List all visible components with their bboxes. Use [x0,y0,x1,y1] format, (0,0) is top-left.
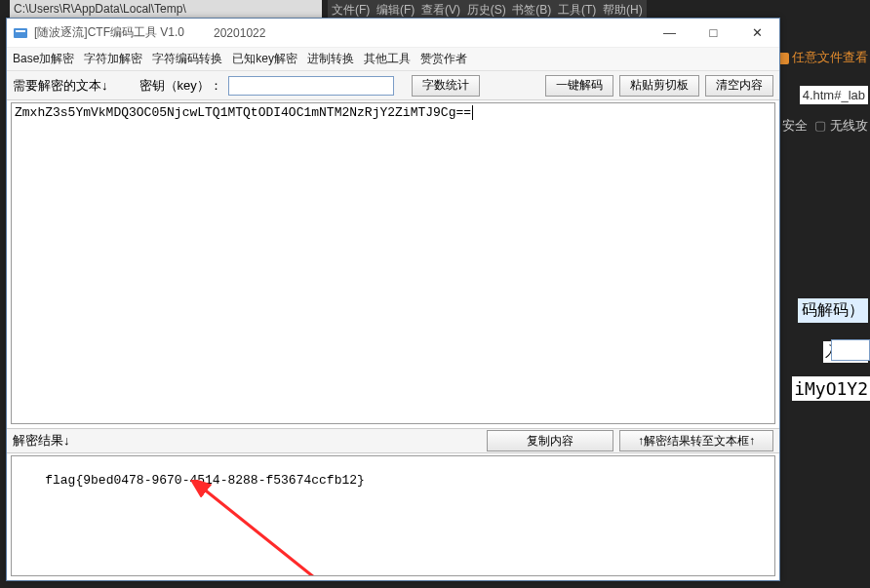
bg-browser-address[interactable]: 4.htm#_lab [800,86,868,104]
menu-base[interactable]: Base加解密 [13,51,74,67]
toolbar: 需要解密的文本↓ 密钥（key）： 字数统计 一键解码 粘贴剪切板 清空内容 [7,71,779,100]
result-label: 解密结果↓ [13,432,481,450]
svg-rect-1 [16,30,25,32]
input-text-content: ZmxhZ3s5YmVkMDQ3OC05NjcwLTQ1MTQtODI4OC1m… [15,105,471,120]
window-title: [随波逐流]CTF编码工具 V1.0 [34,24,184,41]
key-input[interactable] [228,76,394,96]
bg-side-input[interactable] [831,339,870,361]
bg-browser-tab[interactable]: 任意文件查看 [777,49,868,66]
menu-char-encode[interactable]: 字符编码转换 [152,51,222,67]
maximize-button[interactable]: □ [692,20,735,47]
key-label: 密钥（key）： [139,77,222,95]
bg-side-text-3: iMyO1Y2 [792,376,870,401]
menu-donate[interactable]: 赞赏作者 [420,51,467,67]
copy-result-button[interactable]: 复制内容 [487,430,613,451]
text-cursor [472,105,481,120]
bg-browser-bookmarks[interactable]: ▢ 安全 ▢ 无线攻 [768,117,868,135]
result-to-input-button[interactable]: ↑解密结果转至文本框↑ [619,430,773,451]
charcount-button[interactable]: 字数统计 [412,75,480,97]
result-header: 解密结果↓ 复制内容 ↑解密结果转至文本框↑ [7,428,779,453]
decode-button[interactable]: 一键解码 [545,75,613,97]
input-textarea[interactable]: ZmxhZ3s5YmVkMDQ3OC05NjcwLTQ1MTQtODI4OC1m… [11,102,775,424]
app-icon [13,25,28,41]
result-text-content: flag{9bed0478-9670-4514-8288-f53674ccfb1… [45,473,365,488]
svg-rect-0 [14,28,27,38]
menu-char-crypt[interactable]: 字符加解密 [84,51,142,67]
paste-button[interactable]: 粘贴剪切板 [619,75,699,97]
menu-other[interactable]: 其他工具 [364,51,411,67]
menu-known-key[interactable]: 已知key解密 [232,51,297,67]
window-date: 20201022 [214,26,265,40]
minimize-button[interactable]: — [648,20,692,47]
result-textarea[interactable]: flag{9bed0478-9670-4514-8288-f53674ccfb1… [11,455,775,576]
svg-line-2 [202,488,314,576]
ctf-tool-window: [随波逐流]CTF编码工具 V1.0 20201022 — □ ✕ Base加解… [6,18,780,581]
bg-editor-path: C:\Users\R\AppData\Local\Temp\ [10,0,322,18]
bg-side-text-1: 码解码） [798,298,868,323]
menu-radix[interactable]: 进制转换 [307,51,354,67]
input-label: 需要解密的文本↓ [13,77,108,95]
annotation-arrow-icon [187,480,324,576]
menubar: Base加解密 字符加解密 字符编码转换 已知key解密 进制转换 其他工具 赞… [7,48,779,71]
window-controls: — □ ✕ [648,20,779,47]
close-button[interactable]: ✕ [735,20,779,47]
clear-button[interactable]: 清空内容 [705,75,773,97]
titlebar[interactable]: [随波逐流]CTF编码工具 V1.0 20201022 — □ ✕ [7,19,779,48]
